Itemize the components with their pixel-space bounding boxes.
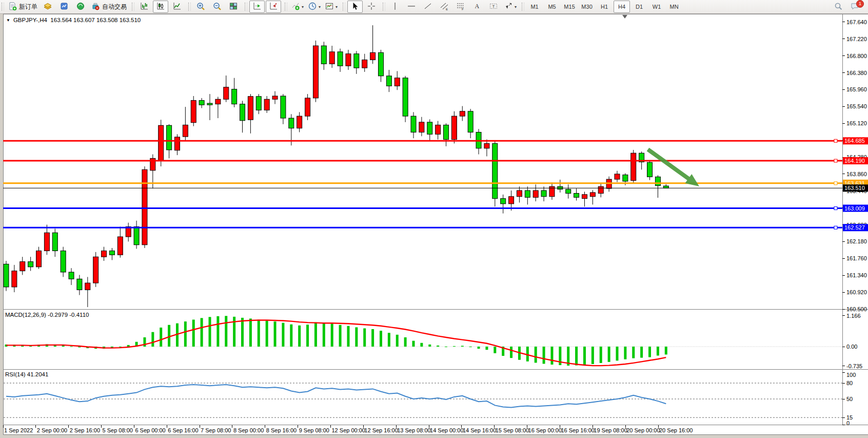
candle-chart-button[interactable]: [153, 1, 168, 13]
svg-text:2 Sep 00:00: 2 Sep 00:00: [37, 427, 67, 433]
arrows-icon: [504, 2, 513, 12]
horizontal-line-icon: [407, 2, 416, 12]
templates-button[interactable]: ▾: [323, 1, 339, 13]
toolbar: 新订单自动交易▾▾▾EFAT▾M1M5M15M30H1H4D1W1MN1: [0, 0, 868, 14]
svg-text:162.527: 162.527: [844, 224, 865, 231]
svg-text:80: 80: [846, 380, 853, 386]
new-order-button-label: 新订单: [19, 3, 37, 11]
auto-trading-button[interactable]: 自动交易: [89, 1, 128, 13]
svg-text:163.510: 163.510: [844, 185, 865, 191]
scroll-group: [243, 0, 283, 13]
chart-shift-button[interactable]: [266, 1, 281, 13]
svg-text:163.860: 163.860: [846, 171, 867, 177]
chevron-down-icon[interactable]: ▾: [302, 5, 304, 9]
timeframe-m15-button[interactable]: M15: [561, 1, 578, 13]
text-button[interactable]: A: [469, 1, 485, 13]
chart-title: ▼GBPJPY-,H4 163.564 163.607 163.508 163.…: [6, 17, 141, 23]
chevron-down-icon[interactable]: ▾: [319, 5, 321, 9]
timeframe-h4-button[interactable]: H4: [614, 1, 630, 13]
svg-text:E: E: [446, 8, 448, 11]
timeframe-w1-button[interactable]: W1: [648, 1, 665, 13]
svg-text:164.685: 164.685: [844, 138, 865, 144]
svg-text:165.960: 165.960: [846, 86, 867, 92]
chart-area[interactable]: 167.640167.220166.800166.380165.960165.5…: [0, 13, 868, 438]
chevron-down-icon[interactable]: ▾: [336, 5, 338, 9]
chart-ohlc-values: 163.564 163.607 163.508 163.510: [50, 17, 141, 23]
timeframes-group: M1M5M15M30H1H4D1W1MN: [520, 0, 684, 13]
timeframe-d1-button[interactable]: D1: [631, 1, 647, 13]
svg-text:-0.735: -0.735: [846, 363, 862, 369]
file-group: 新订单自动交易: [0, 0, 130, 13]
search-button[interactable]: [831, 1, 846, 13]
macd-indicator-label: MACD(12,26,9) -0.2979 -0.4110: [5, 312, 89, 318]
data-window-button[interactable]: [56, 1, 72, 13]
svg-text:1 Sep 2022: 1 Sep 2022: [4, 427, 33, 433]
cursor-button[interactable]: [347, 1, 363, 13]
trendline-button[interactable]: [420, 1, 436, 13]
svg-text:20 Sep 00:00: 20 Sep 00:00: [626, 427, 660, 433]
chat-button[interactable]: 1: [847, 1, 862, 13]
svg-text:6 Sep 16:00: 6 Sep 16:00: [168, 427, 198, 433]
chevron-down-icon[interactable]: ▾: [515, 5, 517, 9]
svg-text:161.760: 161.760: [846, 255, 867, 261]
svg-text:12 Sep 16:00: 12 Sep 16:00: [364, 427, 398, 433]
svg-text:50: 50: [846, 396, 853, 402]
timeframe-h1-button[interactable]: H1: [596, 1, 613, 13]
periods-button[interactable]: ▾: [306, 1, 322, 13]
timeframe-mn-button[interactable]: MN: [666, 1, 682, 13]
line-chart-button[interactable]: [169, 1, 185, 13]
vertical-line-button[interactable]: [387, 1, 403, 13]
bar-chart-button[interactable]: [136, 1, 152, 13]
svg-text:165.540: 165.540: [846, 103, 867, 109]
svg-text:7 Sep 08:00: 7 Sep 08:00: [201, 427, 231, 433]
indicators-button[interactable]: ▾: [289, 1, 305, 13]
templates-icon: [325, 2, 334, 12]
auto-scroll-button[interactable]: [249, 1, 265, 13]
tile-windows-button[interactable]: [226, 1, 241, 13]
new-order-icon: [8, 2, 17, 12]
bar-chart-icon: [140, 2, 149, 12]
cursor-icon: [350, 2, 360, 12]
market-watch-icon: [43, 2, 52, 12]
zoom-in-button[interactable]: [193, 1, 208, 13]
arrows-button[interactable]: ▾: [502, 1, 518, 13]
auto-scroll-icon: [252, 2, 262, 12]
navigator-button[interactable]: [73, 1, 88, 13]
indicators-icon: [291, 2, 300, 12]
channel-button[interactable]: E: [437, 1, 452, 13]
svg-text:16 Sep 00:00: 16 Sep 00:00: [528, 427, 562, 433]
tile-windows-icon: [229, 2, 238, 12]
svg-text:13 Sep 08:00: 13 Sep 08:00: [397, 427, 430, 433]
svg-text:0.00: 0.00: [846, 344, 857, 350]
timeframe-m30-button[interactable]: M30: [579, 1, 595, 13]
timeframe-m1-button[interactable]: M1: [526, 1, 543, 13]
chart-dropdown-icon[interactable]: ▼: [6, 18, 10, 23]
new-order-button[interactable]: 新订单: [6, 1, 39, 13]
auto-trading-button-label: 自动交易: [102, 3, 127, 11]
text-label-icon: T: [489, 2, 498, 12]
cursor-group: [341, 0, 381, 13]
equidistant-channel-icon: E: [440, 2, 449, 12]
svg-text:160.920: 160.920: [846, 289, 867, 295]
objects-group: EFAT▾: [381, 0, 520, 13]
svg-text:8 Sep 00:00: 8 Sep 00:00: [233, 427, 264, 433]
auto-trading-icon: [91, 2, 100, 12]
svg-text:T: T: [492, 4, 495, 8]
svg-text:12 Sep 00:00: 12 Sep 00:00: [332, 427, 365, 433]
zoom-out-button[interactable]: [209, 1, 225, 13]
svg-text:161.340: 161.340: [846, 272, 867, 278]
svg-text:8 Sep 16:00: 8 Sep 16:00: [266, 427, 297, 433]
horizontal-line-button[interactable]: [404, 1, 419, 13]
svg-text:6 Sep 00:00: 6 Sep 00:00: [135, 427, 165, 433]
notification-badge: 1: [856, 0, 864, 8]
svg-text:A: A: [475, 3, 480, 10]
label-button[interactable]: T: [486, 1, 501, 13]
timeframe-m5-button[interactable]: M5: [544, 1, 560, 13]
market-watch-button[interactable]: [40, 1, 55, 13]
navigator-icon: [76, 2, 85, 12]
svg-text:164.190: 164.190: [844, 158, 865, 164]
fibonacci-button[interactable]: F: [453, 1, 468, 13]
svg-text:F: F: [462, 8, 464, 11]
svg-text:14 Sep 16:00: 14 Sep 16:00: [463, 427, 496, 433]
crosshair-button[interactable]: [364, 1, 379, 13]
